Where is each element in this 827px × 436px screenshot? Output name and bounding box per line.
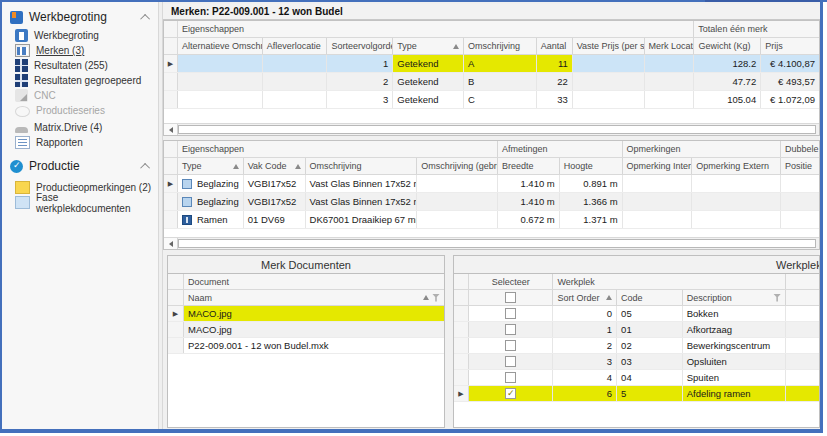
column-header-alternatieve-omschrijving[interactable]: Alternatieve Omschrijving — [178, 38, 263, 54]
table-row[interactable]: ▶ 1 Getekend A 11 128.2 € 4.100,87 — [164, 55, 819, 73]
grid-cell[interactable] — [692, 175, 781, 192]
column-header-code[interactable]: Code — [617, 290, 683, 305]
band-header-selecteer[interactable]: Selecteer — [469, 274, 554, 289]
column-header-positie[interactable]: Positie — [781, 158, 819, 174]
grid-cell-select[interactable] — [469, 306, 554, 321]
grid-cell[interactable] — [781, 193, 819, 210]
grid-cell[interactable]: € 4.100,87 — [761, 55, 819, 72]
grid-cell-select[interactable] — [469, 338, 554, 353]
sidebar-item-resultaten-gegroepeerd[interactable]: Resultaten gegroepeerd — [2, 73, 158, 88]
column-header-vaste-prijs[interactable]: Vaste Prijs (per stuk) — [573, 38, 645, 54]
row-checkbox[interactable] — [505, 340, 516, 351]
grid-cell[interactable]: € 493,57 — [761, 73, 819, 90]
column-header-gewicht[interactable]: Gewicht (Kg) — [694, 38, 761, 54]
grid-cell[interactable] — [263, 73, 328, 90]
column-header-omschrijving-gebruiker[interactable]: Omschrijving (gebruik... — [417, 158, 498, 174]
table-row[interactable]: 3 Getekend C 33 105.04 € 1.072,09 — [164, 91, 819, 109]
sidebar-item-merken[interactable]: Merken (3) — [2, 43, 158, 58]
column-header-afleverlocatie[interactable]: Afleverlocatie — [263, 38, 328, 54]
sidebar-section-werkbegroting[interactable]: Werkbegroting — [2, 8, 158, 26]
grid-cell[interactable]: 03 — [617, 354, 683, 369]
grid-cell[interactable]: 1.371 m — [560, 211, 623, 228]
grid-cell[interactable] — [178, 55, 263, 72]
grid-cell[interactable]: 47.72 — [694, 73, 761, 90]
table-row[interactable]: 2 02 Bewerkingscentrum — [454, 338, 819, 354]
grid-cell[interactable] — [573, 91, 645, 108]
band-header-eigenschappen[interactable]: Eigenschappen — [178, 141, 498, 157]
sidebar-item-rapporten[interactable]: Rapporten — [2, 135, 158, 150]
collapse-chevron-icon[interactable] — [140, 13, 150, 23]
grid-cell[interactable]: 01 DV69 — [244, 211, 306, 228]
grid-cell[interactable] — [781, 211, 819, 228]
grid-cell[interactable]: P22-009.001 - 12 won Budel.mxk — [184, 338, 444, 353]
grid-cell-select[interactable] — [469, 370, 554, 385]
table-row[interactable]: P22-009.001 - 12 won Budel.mxk — [168, 338, 444, 354]
grid-cell[interactable]: 105.04 — [694, 91, 761, 108]
grid-cell-type[interactable]: Ramen — [178, 211, 244, 228]
grid-cell[interactable] — [573, 73, 645, 90]
grid-cell[interactable]: 4 — [553, 370, 617, 385]
grid-cell[interactable]: VGBI17x52 — [244, 193, 306, 210]
column-header-hoogte[interactable]: Hoogte — [560, 158, 623, 174]
grid-cell[interactable] — [645, 91, 695, 108]
column-header-sort-order[interactable]: Sort Order — [553, 290, 617, 305]
horizontal-scrollbar[interactable] — [164, 237, 819, 249]
grid-cell-select[interactable] — [469, 386, 554, 401]
scroll-left-arrow[interactable] — [164, 124, 178, 135]
collapse-chevron-icon[interactable] — [140, 162, 150, 172]
grid-cell-highlighted[interactable]: 6 — [553, 386, 617, 401]
column-header-merk-locatie[interactable]: Merk Locatie — [645, 38, 695, 54]
grid-cell[interactable]: B — [464, 73, 537, 90]
grid-cell[interactable] — [178, 91, 263, 108]
grid-cell[interactable]: 0.891 m — [560, 175, 623, 192]
column-header-description[interactable]: Description — [683, 290, 786, 305]
column-header-opmerking-extern[interactable]: Opmerking Extern — [692, 158, 781, 174]
grid-cell[interactable]: Getekend — [393, 73, 464, 90]
band-header-dubbele-vakken[interactable]: Dubbele vakk — [781, 141, 819, 157]
row-checkbox[interactable] — [505, 308, 516, 319]
grid-cell[interactable]: Vast Glas Binnen 17x52 mm — [306, 193, 418, 210]
grid-cell[interactable]: DK67001 Draaikiep 67 mm_BIM — [306, 211, 418, 228]
table-row-selected[interactable]: ▶ 6 5 Afdeling ramen — [454, 386, 819, 402]
grid-cell[interactable] — [417, 193, 498, 210]
table-row[interactable]: 4 04 Spuiten — [454, 370, 819, 386]
sidebar-item-fase-werkplekdocumenten[interactable]: Fase werkplekdocumenten — [2, 195, 158, 210]
grid-cell[interactable] — [645, 55, 695, 72]
table-row[interactable]: 2 Getekend B 22 47.72 € 493,57 — [164, 73, 819, 91]
grid-cell[interactable]: 04 — [617, 370, 683, 385]
table-row[interactable]: 3 03 Opsluiten — [454, 354, 819, 370]
grid-cell[interactable]: 2 — [553, 338, 617, 353]
grid-cell-select[interactable] — [469, 322, 554, 337]
column-header-prijs[interactable]: Prijs — [761, 38, 819, 54]
grid-cell[interactable]: 0.672 m — [498, 211, 560, 228]
table-row[interactable]: ▶ MACO.jpg — [168, 306, 444, 322]
table-row[interactable]: 0 05 Bokken — [454, 306, 819, 322]
grid-cell[interactable] — [263, 91, 328, 108]
grid-cell[interactable]: 01 — [617, 322, 683, 337]
grid-cell[interactable]: 0 — [553, 306, 617, 321]
grid-cell[interactable]: C — [464, 91, 537, 108]
grid-cell-highlighted[interactable]: MACO.jpg — [184, 306, 444, 321]
column-header-select-all[interactable] — [469, 290, 554, 305]
grid-cell-type[interactable]: Beglazing — [178, 193, 244, 210]
column-header-type[interactable]: Type — [178, 158, 244, 174]
grid-cell[interactable]: € 1.072,09 — [761, 91, 819, 108]
grid-cell[interactable]: 1 — [553, 322, 617, 337]
grid-cell[interactable] — [417, 211, 498, 228]
table-row[interactable]: Ramen 01 DV69 DK67001 Draaikiep 67 mm_BI… — [164, 211, 819, 229]
grid-cell[interactable]: 2 — [327, 73, 393, 90]
sidebar-section-productie[interactable]: Productie — [2, 157, 158, 175]
grid-cell-highlighted[interactable]: Afdeling ramen — [683, 386, 786, 401]
grid-cell[interactable]: Bokken — [683, 306, 786, 321]
grid-cell[interactable]: 3 — [553, 354, 617, 369]
filter-icon[interactable] — [773, 294, 781, 302]
table-row[interactable]: Beglazing VGBI17x52 Vast Glas Binnen 17x… — [164, 193, 819, 211]
table-row[interactable]: 1 01 Afkortzaag — [454, 322, 819, 338]
column-header-vak-code[interactable]: Vak Code — [244, 158, 306, 174]
grid-cell-highlighted[interactable]: 11 — [537, 55, 573, 72]
grid-cell[interactable]: 128.2 — [694, 55, 761, 72]
column-header-omschrijving[interactable]: Omschrijving — [306, 158, 418, 174]
column-header-omschrijving[interactable]: Omschrijving — [464, 38, 537, 54]
grid-cell[interactable] — [781, 175, 819, 192]
grid-cell[interactable]: Getekend — [393, 91, 464, 108]
